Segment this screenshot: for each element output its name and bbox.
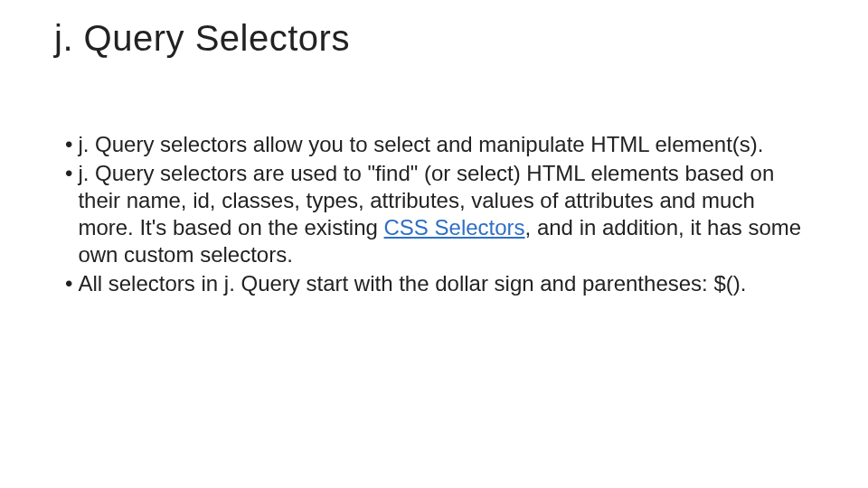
bullet-text: j. Query selectors are used to "find" (o… (78, 160, 814, 268)
bullet-icon: • (65, 270, 72, 297)
css-selectors-link[interactable]: CSS Selectors (384, 215, 525, 239)
bullet-text: All selectors in j. Query start with the… (78, 270, 814, 297)
page-title: j. Query Selectors (54, 18, 814, 59)
list-item: • All selectors in j. Query start with t… (65, 270, 814, 297)
list-item: • j. Query selectors allow you to select… (65, 131, 814, 158)
bullet-text: j. Query selectors allow you to select a… (78, 131, 814, 158)
bullet-icon: • (65, 160, 72, 268)
bullet-list: • j. Query selectors allow you to select… (54, 131, 814, 297)
bullet-icon: • (65, 131, 72, 158)
list-item: • j. Query selectors are used to "find" … (65, 160, 814, 268)
